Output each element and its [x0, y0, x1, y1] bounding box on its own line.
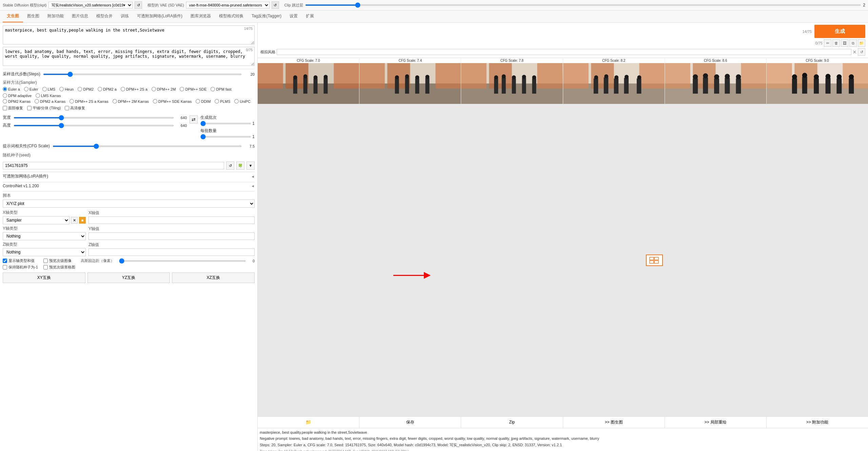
sampler-dppsdekarras[interactable]: DPM++ SDE Karras — [153, 99, 192, 104]
close-style-btn[interactable]: ✕ — [853, 50, 856, 55]
preview-grid-check[interactable]: 预览次级害格图 — [43, 265, 75, 270]
img-btn[interactable]: 🖼 — [841, 39, 848, 47]
sampler-dpp2m[interactable]: DPM++ 2M — [152, 87, 176, 91]
keep-seed-check[interactable]: 保持随机种子为-1 — [3, 265, 38, 270]
x-type-select[interactable]: Sampler — [3, 216, 70, 224]
steps-slider[interactable] — [43, 74, 242, 75]
swap-dimensions-btn[interactable]: ⇄ — [190, 115, 198, 124]
preview-vae-check[interactable]: 预览次级图像 — [43, 258, 75, 263]
negative-prompt-counter: 0/75 — [246, 48, 253, 52]
sampler-unipc[interactable]: UniPC — [234, 99, 251, 104]
lora-header[interactable]: 可透附加网络(LoRA插件) ◄ — [3, 172, 255, 181]
clip-slider[interactable] — [305, 4, 861, 6]
hires-check[interactable]: 高清修复 — [65, 106, 85, 111]
tab-extras[interactable]: 附加功能 — [43, 11, 68, 22]
negative-prompt-input[interactable]: lowres, bad anatomy, bad hands, text, er… — [3, 47, 255, 66]
z-value-input[interactable] — [88, 248, 255, 256]
sampler-plms[interactable]: PLMS — [215, 99, 230, 104]
extras-action-btn[interactable]: >> 附加功能 — [767, 417, 868, 428]
width-slider[interactable] — [14, 117, 174, 118]
model-refresh-btn[interactable]: ↺ — [135, 1, 142, 9]
sampler-ddim[interactable]: DDIM — [196, 99, 211, 104]
tab-txt2img[interactable]: 文生图 — [3, 11, 23, 22]
x-add-btn[interactable]: ■ — [79, 217, 86, 224]
inpaint-btn[interactable]: >> 局部重绘 — [665, 417, 767, 428]
cfg-slider[interactable] — [53, 146, 242, 147]
controlnet-collapse-btn[interactable]: ◄ — [251, 184, 255, 188]
sampler-dpm2[interactable]: DPM2 — [78, 87, 94, 91]
save-btn[interactable]: 保存 — [359, 417, 461, 428]
cfg-label-1: CFG Scale: 7.4 — [359, 58, 461, 63]
svg-rect-50 — [593, 78, 598, 94]
y-value-input[interactable] — [88, 232, 255, 240]
lora-collapse-btn[interactable]: ◄ — [251, 174, 255, 178]
sampler-dpp2sakarras[interactable]: DPM++ 2S a Karras — [70, 99, 108, 104]
style-input[interactable] — [277, 49, 851, 55]
face-restore-check[interactable]: 面部修复 — [3, 106, 23, 111]
style-refresh-btn[interactable]: ↺ — [858, 48, 865, 56]
seed-input[interactable] — [3, 162, 224, 169]
batch-count-slider[interactable] — [200, 123, 251, 124]
z-type-select[interactable]: Nothing — [3, 248, 86, 256]
xz-exchange-btn[interactable]: XZ互换 — [172, 273, 255, 283]
tab-tagger[interactable]: Tag反推(Tagger) — [248, 11, 285, 22]
cfg-image-5 — [767, 63, 868, 104]
yz-exchange-btn[interactable]: YZ互换 — [87, 273, 170, 283]
copy-btn[interactable]: ⧉ — [849, 39, 857, 47]
seed-dropdown-btn[interactable]: ▼ — [246, 162, 255, 170]
svg-point-42 — [522, 75, 526, 79]
sampler-dpmfast[interactable]: DPM fast — [211, 87, 231, 91]
x-value-input[interactable] — [88, 217, 255, 224]
xy-exchange-btn[interactable]: XY互换 — [3, 273, 85, 283]
tab-extensions[interactable]: 扩展 — [302, 11, 318, 22]
cfg-image-4 — [665, 63, 766, 104]
script-select[interactable]: X/Y/Z plot — [3, 200, 255, 208]
tab-train[interactable]: 训练 — [117, 11, 133, 22]
x-clear-btn[interactable]: ✕ — [71, 217, 78, 224]
sampler-euler-a[interactable]: Euler a — [3, 87, 20, 91]
model-select[interactable]: 写实/realisticVision_v20.safetensors [c0d1… — [48, 2, 133, 8]
bottom-options: 显示轴类型和值 保持随机种子为-1 预览次级图像 预览次级害格图 — [3, 258, 255, 270]
tab-merge[interactable]: 模型合并 — [92, 11, 117, 22]
tiling-check[interactable]: 平铺/分块 (Tiling) — [27, 106, 61, 111]
sampler-dpm2karras[interactable]: DPM2 Karras — [3, 99, 31, 104]
sampler-euler[interactable]: Euler — [24, 87, 38, 91]
sampler-dpmadaptive[interactable]: DPM adaptive — [3, 93, 32, 98]
tab-settings[interactable]: 设置 — [285, 11, 302, 22]
batch-size-slider[interactable] — [200, 136, 251, 137]
sampler-lmskarras[interactable]: LMS Karras — [36, 93, 61, 98]
tab-img2img[interactable]: 图生图 — [23, 11, 43, 22]
positive-prompt-input[interactable]: masterpiece, best quality,people walking… — [3, 25, 255, 44]
sampler-dppsde[interactable]: DPM++ SDE — [180, 87, 206, 91]
sampler-dpp2mkarras[interactable]: DPM++ 2M Karras — [113, 99, 149, 104]
margin-value: 0 — [248, 259, 255, 263]
sampler-dpp2sa[interactable]: DPM++ 2S a — [121, 87, 147, 91]
y-type-select[interactable]: Nothing — [3, 232, 86, 240]
svg-marker-95 — [424, 272, 431, 279]
img2img-btn[interactable]: >> 图生图 — [563, 417, 665, 428]
show-axis-check[interactable]: 显示轴类型和值 — [3, 258, 38, 263]
pencil-btn[interactable]: ✏ — [824, 39, 831, 47]
vae-refresh-btn[interactable]: ↺ — [272, 1, 279, 9]
folder-action-btn[interactable]: 📁 — [258, 417, 359, 428]
tab-lora[interactable]: 可透附加网络(LoRA插件) — [133, 11, 186, 22]
tab-pnginfo[interactable]: 图片信息 — [68, 11, 92, 22]
trash-btn[interactable]: 🗑 — [832, 39, 840, 47]
sampler-dpm2akarras[interactable]: DPM2 a Karras — [35, 99, 65, 104]
zip-btn[interactable]: Zip — [461, 417, 563, 428]
vae-select[interactable]: vae-ft-mse-840000-ema-pruned.safetensors — [186, 2, 270, 8]
tab-convert[interactable]: 模型格式转换 — [215, 11, 248, 22]
tab-gallery[interactable]: 图库浏览器 — [186, 11, 215, 22]
sampler-dpm2a[interactable]: DPM2 a — [98, 87, 117, 91]
x-axis-section: X轴类型 Sampler ✕ ■ X轴值 — [3, 210, 255, 224]
height-slider[interactable] — [14, 125, 174, 126]
svg-rect-85 — [825, 78, 830, 94]
controlnet-header[interactable]: ControlNet v1.1.200 ◄ — [3, 182, 255, 190]
sampler-heun[interactable]: Heun — [59, 87, 74, 91]
seed-refresh-btn[interactable]: ↺ — [226, 162, 234, 170]
sampler-lms[interactable]: LMS — [42, 87, 56, 91]
generate-btn[interactable]: 生成 — [814, 25, 865, 38]
folder-btn[interactable]: 📁 — [858, 39, 865, 47]
seed-extra-btn[interactable]: 🍀 — [236, 162, 244, 170]
margin-slider[interactable] — [119, 260, 246, 262]
